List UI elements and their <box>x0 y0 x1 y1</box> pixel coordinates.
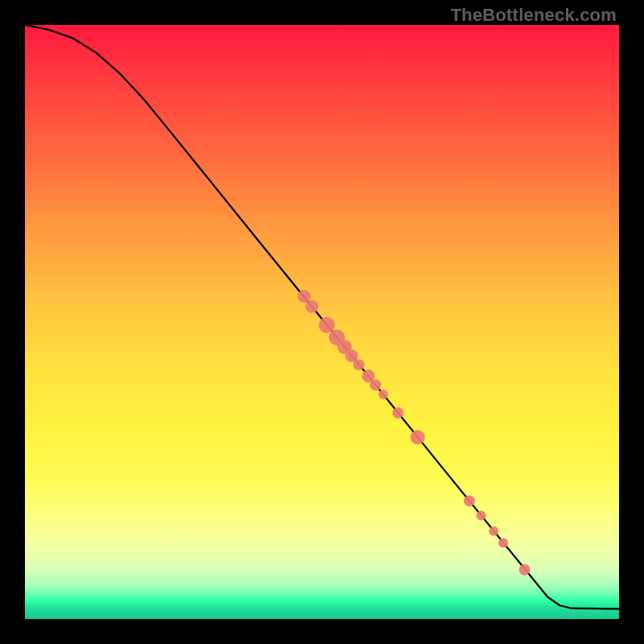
data-point <box>305 300 318 313</box>
data-point <box>378 390 388 399</box>
data-point <box>464 495 475 506</box>
data-point <box>411 430 425 444</box>
data-point <box>498 539 508 548</box>
bottleneck-curve <box>25 25 619 609</box>
watermark-text: TheBottleneck.com <box>451 5 617 26</box>
data-point <box>369 379 381 390</box>
plot-area <box>25 25 619 619</box>
data-point <box>298 290 311 303</box>
data-point <box>392 407 403 419</box>
data-point <box>489 526 498 536</box>
data-point <box>519 564 530 576</box>
chart-svg <box>25 25 619 619</box>
data-points <box>298 290 530 575</box>
data-point <box>477 511 486 521</box>
data-point <box>319 317 335 333</box>
chart-stage: TheBottleneck.com <box>0 0 644 644</box>
data-point <box>353 359 365 370</box>
